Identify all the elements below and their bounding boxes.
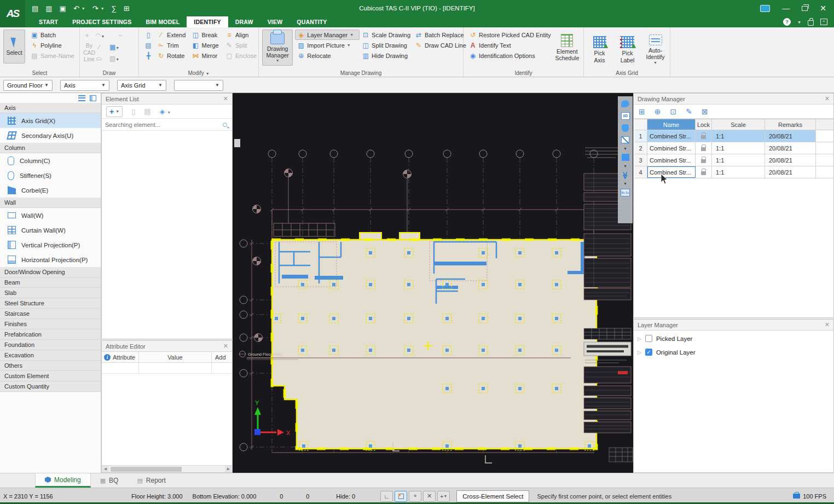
delete-button[interactable]: ▯: [142, 30, 155, 40]
pick-axis-button[interactable]: Pick Axis: [587, 31, 612, 69]
spline-icon[interactable]: ~: [109, 32, 131, 39]
identify-text-button[interactable]: AIdentify Text: [467, 40, 553, 50]
element-schedule-button[interactable]: Element Schedule: [553, 30, 581, 66]
drawing-row-2[interactable]: 2 Combined Str... 1:1 20/08/21: [634, 142, 833, 154]
element-search-input[interactable]: [105, 121, 223, 128]
sidebar-section-others[interactable]: Others: [0, 361, 101, 371]
category-selector[interactable]: Axis▼: [60, 80, 109, 91]
point-icon[interactable]: +: [83, 32, 91, 39]
sidebar-item-wall[interactable]: Wall(W): [0, 208, 101, 223]
identification-options-button[interactable]: ◉Identification Options: [467, 50, 553, 61]
drawing-canvas[interactable]: Ground Floor Plan: [233, 93, 633, 473]
add-drawing-icon[interactable]: ⊞: [639, 107, 645, 116]
view-3d-icon[interactable]: 3D: [619, 111, 631, 121]
sidebar-section-finishes[interactable]: Finishes: [0, 319, 101, 329]
sidebar-item-secondary-axis[interactable]: Secondary Axis(U): [0, 128, 101, 143]
horizontal-scrollbar[interactable]: ◀ ▶: [102, 465, 232, 472]
copy-element-icon[interactable]: ▤: [144, 107, 150, 115]
search-icon[interactable]: [223, 123, 227, 127]
tab-identify[interactable]: IDENTIFY: [187, 16, 228, 27]
close-icon[interactable]: ✕: [825, 95, 830, 102]
select-button[interactable]: Select: [3, 30, 25, 63]
draw-cad-line-button[interactable]: ✎Draw CAD Line: [413, 40, 461, 50]
list-view-icon[interactable]: [78, 95, 85, 101]
window-select-icon[interactable]: [395, 491, 407, 502]
chevron-down-icon[interactable]: ▼: [623, 182, 627, 186]
new-file-icon[interactable]: ▤: [32, 4, 38, 13]
move-button[interactable]: ╋: [142, 50, 155, 61]
tab-report[interactable]: ▤ Report: [128, 473, 175, 488]
drawing-row-4[interactable]: 4 Combined Str... 1:1 20/08/21: [634, 166, 833, 178]
sidebar-item-curtain-wall[interactable]: Curtain Wall(W): [0, 223, 101, 237]
tab-quantity[interactable]: QUANTITY: [289, 16, 334, 27]
sum-icon[interactable]: ∑: [112, 4, 117, 13]
original-layer-checkbox[interactable]: ✓: [645, 349, 652, 356]
trim-button[interactable]: ✁Trim: [155, 40, 189, 50]
panel-toggle-icon[interactable]: [90, 95, 96, 101]
layers-view-icon[interactable]: ≫: [619, 170, 631, 180]
hide-drawing-button[interactable]: ▥Hide Drawing: [360, 50, 413, 61]
close-button[interactable]: ✕: [820, 4, 826, 13]
auto-identify-button[interactable]: Auto-Identify▼: [643, 31, 668, 69]
help-icon[interactable]: ?: [783, 18, 791, 26]
chevron-down-icon[interactable]: ▼: [623, 147, 627, 150]
ortho-mode-icon[interactable]: ∟: [380, 491, 393, 502]
merge-button[interactable]: ◧Merge: [189, 40, 223, 50]
attribute-empty-row[interactable]: [102, 363, 232, 374]
drawing-name-edit-field[interactable]: Combined Str...: [647, 166, 696, 178]
rotate-button[interactable]: ↻Rotate: [155, 50, 189, 61]
same-name-select-button[interactable]: ▤Same-Name: [28, 50, 77, 61]
layer-row-picked[interactable]: ▷ Picked Layer: [634, 333, 833, 344]
tab-draw[interactable]: DRAW: [228, 16, 260, 27]
cad-table-icon[interactable]: Bu Su: [619, 187, 631, 198]
remarks-column-header[interactable]: Remarks: [765, 119, 816, 130]
tab-view[interactable]: VIEW: [260, 16, 290, 27]
save-icon[interactable]: ▣: [60, 4, 66, 13]
pick-tool-icon[interactable]: [619, 99, 631, 109]
split-drawing-button[interactable]: ◫Split Drawing: [360, 40, 413, 50]
sidebar-item-stiffener[interactable]: Stiffener(S): [0, 168, 101, 183]
split-button[interactable]: ✎Split: [223, 40, 256, 50]
sidebar-item-axis-grid[interactable]: Axis Grid(X): [0, 113, 101, 128]
picked-layer-checkbox[interactable]: [645, 335, 652, 342]
minimize-button[interactable]: —: [782, 5, 790, 11]
tab-start[interactable]: START: [32, 16, 65, 27]
sidebar-section-custom-quantity[interactable]: Custom Quantity: [0, 381, 101, 392]
tab-modeling[interactable]: Modeling: [35, 473, 91, 488]
relocate-button[interactable]: ⊕Relocate: [295, 50, 360, 61]
copy-button[interactable]: ▤: [142, 40, 155, 50]
scale-column-header[interactable]: Scale: [712, 119, 765, 130]
extra-selector[interactable]: ▼: [174, 80, 223, 91]
enclose-button[interactable]: ▢Enclose: [223, 50, 256, 61]
element-layers-icon[interactable]: ◈ ▼: [160, 107, 171, 115]
help-dropdown-icon[interactable]: ▼: [797, 20, 801, 24]
break-button[interactable]: ◫Break: [189, 30, 223, 40]
sidebar-section-excavation[interactable]: Excavation: [0, 350, 101, 361]
pan-icon[interactable]: [619, 123, 631, 133]
undo-dropdown-icon[interactable]: ▼: [82, 7, 85, 10]
hatch-icon[interactable]: ▨▼: [109, 55, 117, 62]
collapse-ribbon-icon[interactable]: ^: [820, 19, 827, 25]
align-button[interactable]: ≡Align: [223, 30, 256, 40]
add-element-button[interactable]: +▼: [106, 106, 123, 117]
expander-icon[interactable]: ▷: [638, 336, 641, 341]
import-picture-button[interactable]: ▨Import Picture▼: [295, 40, 360, 50]
drawing-row-1[interactable]: 1 Combined Str... 1:1 20/08/21: [634, 130, 833, 142]
wireframe-view-icon[interactable]: [619, 135, 631, 145]
sidebar-section-axis[interactable]: Axis: [0, 103, 101, 113]
line-icon[interactable]: ∕: [95, 43, 103, 51]
snap-nodes-icon[interactable]: ⚬: [409, 491, 421, 502]
sidebar-section-wall[interactable]: Wall: [0, 198, 101, 208]
drawing-manager-button[interactable]: Drawing Manager▼: [262, 30, 293, 66]
redo-dropdown-icon[interactable]: ▼: [101, 7, 105, 10]
drawing-row-3[interactable]: 3 Combined Str... 1:1 20/08/21: [634, 154, 833, 166]
tab-bq[interactable]: ▦ BQ: [91, 473, 128, 488]
sidebar-item-corbel[interactable]: Corbel(E): [0, 183, 101, 198]
batch-select-button[interactable]: ▣Batch: [28, 30, 77, 40]
batch-replace-button[interactable]: ⇄Batch Replace: [413, 30, 461, 40]
sidebar-section-prefabrication[interactable]: Prefabrication: [0, 329, 101, 340]
close-icon[interactable]: ✕: [223, 343, 228, 350]
floor-selector[interactable]: Ground Floor▼: [3, 80, 53, 91]
sidebar-section-column[interactable]: Column: [0, 143, 101, 153]
element-list-body[interactable]: [102, 131, 232, 339]
